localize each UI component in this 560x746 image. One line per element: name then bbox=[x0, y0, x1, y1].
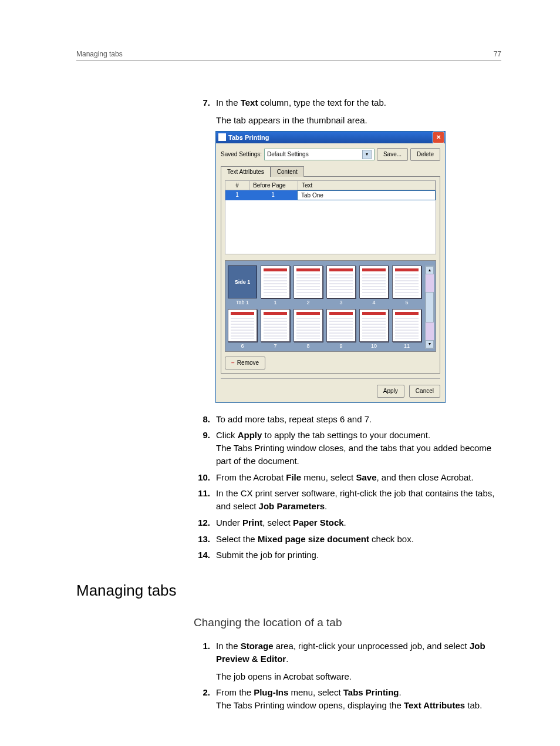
thumb-2[interactable]: 2 bbox=[294, 266, 323, 305]
step-12-num: 12. bbox=[194, 516, 216, 529]
thumb-8[interactable]: 8 bbox=[294, 309, 323, 349]
step-12-body: Under Print, select Paper Stock. bbox=[216, 516, 501, 529]
tab-content[interactable]: Content bbox=[271, 166, 304, 177]
titlebar: Tabs Printing ✕ bbox=[216, 132, 445, 143]
step-7-body: In the Text column, type the text for th… bbox=[216, 96, 501, 127]
thumb-10[interactable]: 10 bbox=[359, 309, 389, 349]
step-11-num: 11. bbox=[194, 487, 216, 513]
minus-icon: − bbox=[231, 359, 235, 366]
step-13-body: Select the Mixed page size document chec… bbox=[216, 533, 501, 546]
step-b2-num: 2. bbox=[194, 686, 216, 712]
step-8-body: To add more tabs, repeat steps 6 and 7. bbox=[216, 413, 501, 426]
step-b1-num: 1. bbox=[194, 640, 216, 683]
header-left: Managing tabs bbox=[76, 50, 123, 58]
app-icon bbox=[218, 133, 226, 141]
step-14-body: Submit the job for printing. bbox=[216, 549, 501, 562]
heading-changing-location: Changing the location of a tab bbox=[194, 616, 501, 629]
tabs-printing-screenshot: Tabs Printing ✕ Saved Settings: Default … bbox=[216, 132, 445, 402]
delete-button[interactable]: Delete bbox=[410, 148, 440, 161]
thumb-tab1[interactable]: Side 1 Tab 1 bbox=[228, 266, 257, 305]
step-b2-body: From the Plug-Ins menu, select Tabs Prin… bbox=[216, 686, 501, 712]
step-8-num: 8. bbox=[194, 413, 216, 426]
thumb-7[interactable]: 7 bbox=[261, 309, 290, 349]
thumb-5[interactable]: 5 bbox=[392, 266, 421, 305]
col-num: # bbox=[225, 181, 249, 190]
cancel-button[interactable]: Cancel bbox=[409, 385, 440, 398]
remove-button[interactable]: − Remove bbox=[225, 357, 265, 369]
thumbnail-area: Side 1 Tab 1 1 2 3 4 5 6 7 8 9 bbox=[225, 260, 436, 352]
scroll-down-icon[interactable]: ▾ bbox=[426, 340, 434, 348]
step-13-num: 13. bbox=[194, 533, 216, 546]
thumb-11[interactable]: 11 bbox=[392, 309, 421, 349]
step-10-num: 10. bbox=[194, 471, 216, 484]
chevron-down-icon: ▾ bbox=[362, 150, 372, 159]
thumb-1[interactable]: 1 bbox=[261, 266, 290, 305]
header-page-num: 77 bbox=[494, 50, 501, 58]
heading-managing-tabs: Managing tabs bbox=[76, 582, 501, 600]
close-icon[interactable]: ✕ bbox=[433, 132, 444, 143]
grid-header: # Before Page Text bbox=[225, 180, 436, 190]
thumb-3[interactable]: 3 bbox=[326, 266, 356, 305]
thumb-6[interactable]: 6 bbox=[228, 309, 257, 349]
apply-button[interactable]: Apply bbox=[377, 385, 404, 398]
thumb-9[interactable]: 9 bbox=[326, 309, 356, 349]
window-title: Tabs Printing bbox=[228, 134, 432, 141]
thumb-4[interactable]: 4 bbox=[359, 266, 389, 305]
page-header: Managing tabs 77 bbox=[76, 50, 501, 61]
tab-text-attributes[interactable]: Text Attributes bbox=[221, 166, 271, 177]
step-11-body: In the CX print server software, right-c… bbox=[216, 487, 501, 513]
step-b1-body: In the Storage area, right-click your un… bbox=[216, 640, 501, 683]
step-9-num: 9. bbox=[194, 429, 216, 467]
thumb-scrollbar[interactable]: ▴ ▾ bbox=[425, 266, 434, 349]
table-row[interactable]: 1 1 Tab One bbox=[225, 190, 436, 200]
step-10-body: From the Acrobat File menu, select Save,… bbox=[216, 471, 501, 484]
saved-settings-combo[interactable]: Default Settings ▾ bbox=[264, 149, 375, 160]
text-cell-input[interactable]: Tab One bbox=[297, 190, 436, 200]
step-14-num: 14. bbox=[194, 549, 216, 562]
col-before-page: Before Page bbox=[249, 181, 298, 190]
saved-settings-label: Saved Settings: bbox=[221, 151, 262, 157]
scroll-up-icon[interactable]: ▴ bbox=[426, 266, 434, 274]
step-7-num: 7. bbox=[194, 96, 216, 127]
col-text: Text bbox=[298, 181, 436, 190]
grid-body: 1 1 Tab One bbox=[225, 190, 436, 254]
step-9-body: Click Apply to apply the tab settings to… bbox=[216, 429, 501, 467]
save-button[interactable]: Save... bbox=[377, 148, 408, 161]
